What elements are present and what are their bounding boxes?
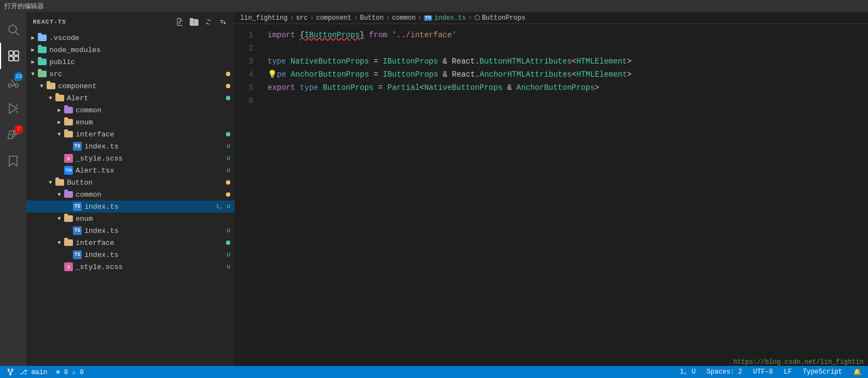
kw-type2: type — [300, 81, 319, 94]
tree-item-button-enum[interactable]: ▼ enum — [26, 213, 235, 225]
title-bar-text: 打开的编辑器 — [4, 2, 44, 11]
component-dot — [226, 84, 230, 88]
status-language[interactable]: TypeScript — [801, 368, 844, 376]
tree-item-button-style[interactable]: S _style.scss U — [26, 261, 235, 273]
button-label: Button — [67, 179, 224, 187]
arrow-icon: ▶ — [55, 107, 64, 113]
tree-item-alert-interface[interactable]: ▼ interface — [26, 128, 235, 140]
arrow-icon: ▼ — [29, 71, 37, 77]
code-content[interactable]: import { IButtonProps } from '../interfa… — [262, 24, 868, 366]
breadcrumb-src[interactable]: src — [296, 14, 308, 22]
tree-item-alert-interface-index[interactable]: TS index.ts U — [26, 140, 235, 152]
react-ref: React. — [452, 55, 479, 68]
arrow-icon: ▶ — [29, 59, 37, 65]
alert-interface-label: interface — [76, 130, 224, 139]
breadcrumb-button[interactable]: Button — [360, 14, 383, 22]
alert-common-label: common — [76, 106, 230, 114]
space — [364, 28, 368, 42]
bulb-icon: 💡 — [268, 68, 277, 81]
space — [295, 81, 299, 94]
button-enum-index-icon: TS — [72, 226, 82, 236]
status-branch[interactable]: ⎇ main — [4, 368, 49, 376]
activity-bookmark[interactable] — [0, 148, 26, 174]
status-errors[interactable]: ⊗ 0 ⚠ 0 — [54, 368, 86, 376]
type-partial: Partial — [387, 81, 419, 94]
arrow-icon: ▼ — [55, 192, 64, 198]
activity-search[interactable] — [0, 16, 26, 43]
angle-open2: < — [572, 68, 576, 81]
button-interface-index-label: index.ts — [84, 251, 224, 259]
sidebar-actions — [174, 16, 228, 27]
status-bell[interactable]: 🔔 — [851, 368, 864, 376]
button-enum-index-label: index.ts — [84, 227, 224, 235]
button-interface-label: interface — [76, 239, 224, 247]
status-right: 1, U Spaces: 2 UTF-8 LF TypeScript 🔔 — [678, 368, 864, 376]
import-brace-close: } — [360, 28, 364, 42]
button-style-label: _style.scss — [76, 263, 224, 271]
tree-item-src[interactable]: ▼ src — [26, 68, 235, 80]
tree-item-button-interface-index[interactable]: TS index.ts U — [26, 249, 235, 261]
activity-explorer[interactable] — [0, 43, 26, 69]
tree-item-alert-style[interactable]: S _style.scss U — [26, 152, 235, 164]
tree-item-public[interactable]: ▶ public — [26, 56, 235, 68]
button-common-index-label: index.ts — [84, 203, 214, 211]
tree-item-vscode[interactable]: ▶ .vscode — [26, 32, 235, 44]
space — [286, 55, 291, 68]
status-eol[interactable]: LF — [782, 368, 794, 376]
alert-folder-icon — [55, 93, 65, 103]
tree-item-button-interface[interactable]: ▼ interface — [26, 237, 235, 249]
breadcrumb-index-ts[interactable]: index.ts — [434, 14, 466, 22]
alert-interface-index-icon: TS — [72, 141, 82, 151]
type-html-el: HTMLElement — [576, 55, 627, 68]
tree-item-alert-enum[interactable]: ▶ enum — [26, 116, 235, 128]
tree-item-button-enum-index[interactable]: TS index.ts U — [26, 225, 235, 237]
sidebar-title: REACT-TS — [33, 19, 66, 25]
tree-item-component[interactable]: ▼ component — [26, 80, 235, 92]
equals: = — [369, 68, 383, 81]
activity-run[interactable] — [0, 95, 26, 122]
activity-extensions[interactable]: ! — [0, 122, 26, 148]
button-style-status: U — [226, 264, 230, 270]
new-file-button[interactable] — [174, 16, 185, 27]
status-spaces[interactable]: Spaces: 2 — [705, 368, 745, 376]
breadcrumb-component[interactable]: component — [316, 14, 351, 22]
src-folder-icon — [37, 69, 47, 79]
status-encoding[interactable]: UTF-8 — [751, 368, 775, 376]
amp2: & — [438, 68, 452, 81]
tree-item-button[interactable]: ▼ Button — [26, 176, 235, 188]
breadcrumb-button-props[interactable]: ButtonProps — [482, 14, 525, 22]
refresh-button[interactable] — [203, 16, 214, 27]
code-line-6 — [268, 94, 868, 107]
type-button-props: ButtonProps — [323, 81, 373, 94]
new-folder-button[interactable] — [189, 16, 200, 27]
vscode-folder-icon — [37, 33, 47, 43]
svg-rect-5 — [14, 56, 19, 61]
tree-item-button-common-index[interactable]: TS index.ts 1, U — [26, 201, 235, 213]
line-num-3: 3 — [235, 55, 262, 68]
button-common-index-status: 1, U — [216, 203, 230, 210]
tree-item-alert-common[interactable]: ▶ common — [26, 104, 235, 116]
button-common-index-icon: TS — [72, 202, 82, 211]
button-folder-icon — [55, 177, 65, 187]
code-line-5: export type ButtonProps = Partial < Nati… — [268, 81, 868, 94]
breadcrumb-common[interactable]: common — [392, 14, 416, 22]
breadcrumb-sep-4: › — [386, 14, 390, 22]
status-position[interactable]: 1, U — [678, 368, 698, 376]
activity-scm[interactable]: 23 — [0, 69, 26, 95]
breadcrumb-root[interactable]: lin_fighting — [240, 14, 287, 22]
collapse-all-button[interactable] — [217, 16, 228, 27]
button-common-label: common — [76, 191, 224, 199]
line-num-5: 5 — [235, 81, 262, 94]
line-numbers: 1 2 3 4 5 6 — [235, 24, 262, 366]
type-button-html: ButtonHTMLAttributes — [480, 55, 572, 68]
button-interface-dot — [226, 240, 230, 245]
tree-item-node-modules[interactable]: ▶ node_modules — [26, 44, 235, 56]
src-dot — [226, 72, 230, 76]
arrow-icon: ▼ — [55, 240, 64, 246]
alert-interface-index-status: U — [226, 143, 230, 150]
button-interface-index-icon: TS — [72, 250, 82, 260]
code-line-1: import { IButtonProps } from '../interfa… — [268, 28, 868, 42]
tree-item-alert-tsx[interactable]: TSX Alert.tsx U — [26, 164, 235, 176]
tree-item-button-common[interactable]: ▼ common — [26, 188, 235, 201]
tree-item-alert[interactable]: ▼ Alert — [26, 92, 235, 104]
